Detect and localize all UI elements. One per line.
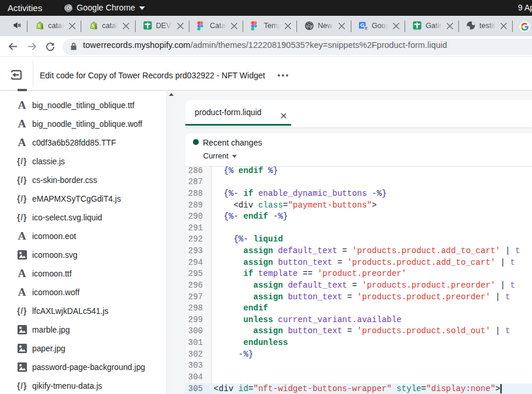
svg-text:G: G bbox=[360, 22, 364, 28]
svg-text:S: S bbox=[92, 23, 95, 29]
svg-text:S: S bbox=[37, 23, 40, 29]
